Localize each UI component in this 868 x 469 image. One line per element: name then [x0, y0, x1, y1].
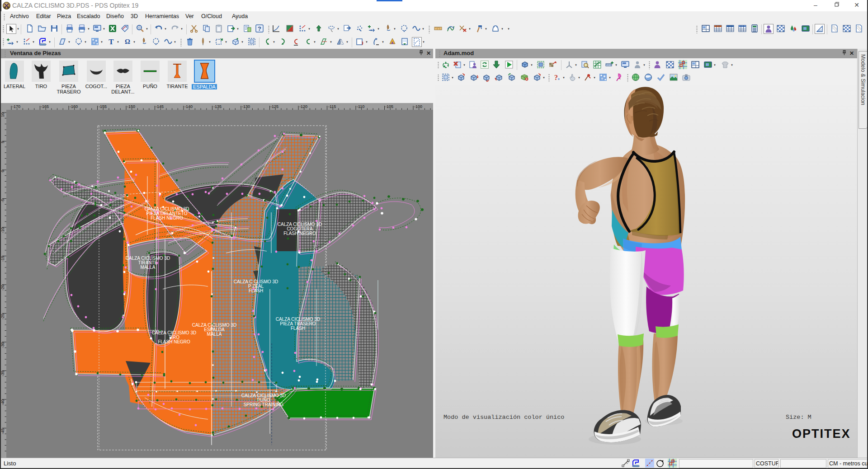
svg-text:-110: -110 [357, 104, 364, 109]
svg-text:-40: -40 [0, 399, 5, 405]
svg-text:Modo de visualización color ún: Modo de visualización color único [443, 414, 564, 421]
svg-text:-45: -45 [0, 428, 5, 434]
svg-text:-150: -150 [127, 104, 135, 109]
svg-text:Size: M: Size: M [786, 414, 811, 421]
svg-text:-105: -105 [385, 104, 393, 109]
svg-text:-115: -115 [328, 104, 336, 109]
svg-text:-155: -155 [99, 104, 107, 109]
svg-text:T: T [108, 38, 114, 46]
svg-text:-125: -125 [270, 104, 278, 109]
svg-text:5: 5 [0, 141, 5, 143]
svg-text:Ω: Ω [125, 38, 130, 45]
svg-text:CALZA CICLISMO 3DPIEZA DELANT: CALZA CICLISMO 3DPIEZA DELANTETOFLASH NE… [145, 206, 189, 220]
svg-text:-170: -170 [12, 104, 20, 109]
svg-text:?: ? [258, 25, 261, 32]
svg-text:-5: -5 [0, 199, 5, 202]
svg-text:-140: -140 [184, 104, 193, 109]
svg-text:-35: -35 [0, 371, 5, 376]
svg-text:-20: -20 [0, 285, 5, 291]
svg-text:-130: -130 [242, 104, 250, 109]
svg-text:-10: -10 [0, 227, 5, 233]
svg-text:0: 0 [0, 170, 5, 172]
svg-text:-100: -100 [414, 104, 422, 109]
svg-text:10: 10 [0, 113, 5, 117]
svg-text:-15: -15 [0, 256, 5, 262]
svg-text:-160: -160 [70, 104, 78, 109]
svg-text:-30: -30 [0, 342, 5, 348]
svg-text:-120: -120 [299, 104, 307, 109]
svg-text:-145: -145 [156, 104, 164, 109]
svg-text:OPTITEX: OPTITEX [792, 427, 851, 441]
svg-text:?: ? [554, 74, 558, 81]
svg-text:-25: -25 [0, 314, 5, 319]
svg-text:-165: -165 [41, 104, 49, 109]
svg-text:-135: -135 [213, 104, 222, 109]
